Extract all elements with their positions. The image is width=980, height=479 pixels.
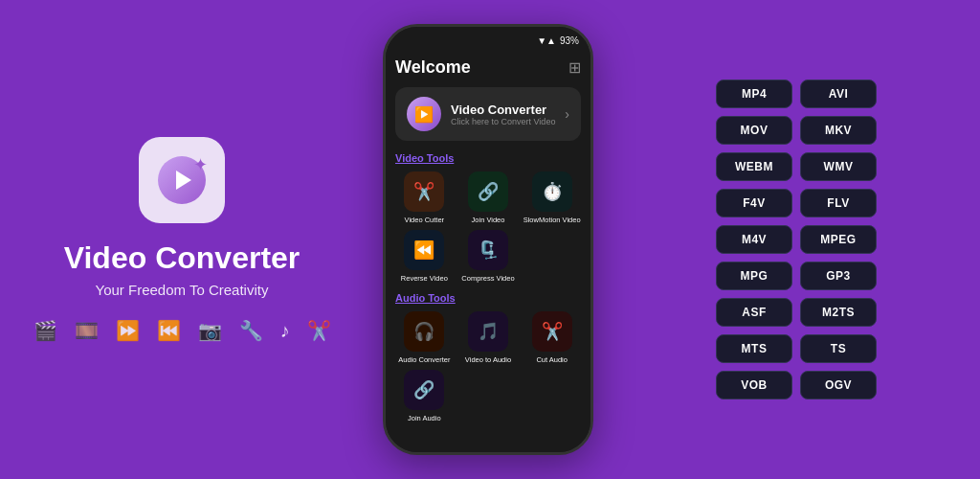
format-badge[interactable]: TS: [800, 334, 877, 363]
feature-icon-video: 🎬: [33, 319, 57, 342]
tool-label: Reverse Video: [401, 274, 448, 283]
feature-icon-forward: ⏩: [116, 319, 140, 342]
phone-content: Welcome ⊞ ▶️ Video Converter Click here …: [386, 54, 590, 452]
feature-icon-scissors: ✂️: [307, 319, 331, 342]
converter-banner-text: Video Converter Click here to Convert Vi…: [451, 103, 555, 126]
video-tool-item[interactable]: 🔗 Join Video: [459, 171, 518, 224]
converter-banner-title: Video Converter: [451, 103, 555, 117]
format-badge[interactable]: MPG: [716, 262, 792, 290]
format-badge[interactable]: MPEG: [800, 225, 877, 254]
audio-tool-item[interactable]: 🎵 Video to Audio: [459, 311, 518, 364]
format-badge[interactable]: AVI: [800, 80, 877, 108]
format-badge[interactable]: MOV: [716, 116, 792, 145]
converter-icon: ▶️: [407, 97, 441, 131]
tool-icon: ⏱️: [532, 171, 572, 212]
header-menu-icon[interactable]: ⊞: [568, 58, 581, 77]
play-triangle-icon: [176, 171, 191, 190]
feature-icon-camera: 📷: [198, 319, 222, 342]
app-icon: ✦: [139, 137, 225, 223]
play-shape: ✦: [158, 156, 206, 204]
tool-icon: ✂️: [532, 311, 572, 352]
converter-banner[interactable]: ▶️ Video Converter Click here to Convert…: [395, 87, 581, 141]
welcome-title: Welcome: [395, 57, 471, 78]
video-tool-item[interactable]: ⏪ Reverse Video: [395, 230, 454, 283]
app-subtitle: Your Freedom To Creativity: [96, 282, 269, 298]
audio-tool-item[interactable]: 🎧 Audio Converter: [395, 311, 454, 364]
audio-tools-label: Audio Tools: [395, 292, 581, 304]
video-tools-label: Video Tools: [395, 152, 581, 164]
tool-label: Audio Converter: [398, 355, 450, 364]
format-badge[interactable]: M4V: [716, 225, 792, 254]
left-section: ✦ Video Converter Your Freedom To Creati…: [0, 0, 364, 479]
app-icon-inner: ✦: [153, 151, 211, 209]
converter-arrow-icon: ›: [565, 106, 569, 122]
phone-section: ▼▲ 93% Welcome ⊞ ▶️ Video Converter Clic…: [364, 19, 612, 460]
format-badge[interactable]: ASF: [716, 298, 792, 327]
status-bar: ▼▲ 93%: [386, 27, 590, 54]
welcome-header: Welcome ⊞: [395, 54, 581, 78]
feature-icon-reverse: ⏮️: [157, 319, 181, 342]
tool-label: SlowMotion Video: [523, 216, 581, 224]
converter-banner-subtitle: Click here to Convert Video: [451, 117, 555, 126]
format-badge[interactable]: FLV: [800, 189, 877, 217]
tool-label: Cut Audio: [536, 355, 568, 364]
format-badge[interactable]: WEBM: [716, 152, 792, 181]
tool-icon: 🎧: [404, 311, 444, 352]
format-badge[interactable]: MKV: [800, 116, 877, 145]
tool-icon: 🎵: [468, 311, 508, 352]
battery-status: 93%: [560, 35, 579, 46]
right-section: MP4AVIMOVMKVWEBMWMVF4VFLVM4VMPEGMPGGP3AS…: [612, 0, 980, 479]
format-badge[interactable]: WMV: [800, 152, 877, 181]
audio-tools-grid: 🎧 Audio Converter 🎵 Video to Audio ✂️ Cu…: [395, 311, 581, 422]
format-badge[interactable]: MP4: [716, 80, 792, 108]
format-badge[interactable]: MTS: [716, 334, 792, 363]
tool-icon: 🔗: [404, 370, 444, 410]
feature-icon-music: ♪: [280, 320, 290, 342]
tool-icon: ⏪: [404, 230, 444, 270]
format-badge[interactable]: F4V: [716, 189, 792, 217]
format-grid: MP4AVIMOVMKVWEBMWMVF4VFLVM4VMPEGMPGGP3AS…: [632, 80, 961, 399]
tool-icon: ✂️: [404, 171, 444, 212]
video-tool-item[interactable]: ✂️ Video Cutter: [395, 171, 454, 224]
converter-banner-left: ▶️ Video Converter Click here to Convert…: [407, 97, 555, 131]
video-tools-grid: ✂️ Video Cutter 🔗 Join Video ⏱️ SlowMoti…: [395, 171, 581, 283]
video-tool-item[interactable]: ⏱️ SlowMotion Video: [523, 171, 581, 224]
tool-label: Join Audio: [408, 414, 441, 422]
app-title: Video Converter: [64, 240, 301, 276]
audio-tool-item[interactable]: ✂️ Cut Audio: [523, 311, 581, 364]
tool-label: Video to Audio: [465, 355, 511, 364]
tool-label: Video Cutter: [405, 216, 445, 224]
audio-tool-item[interactable]: 🔗 Join Audio: [395, 370, 454, 422]
video-tool-item[interactable]: 🗜️ Compress Video: [459, 230, 518, 283]
format-badge[interactable]: M2TS: [800, 298, 877, 327]
feature-icon-film: 🎞️: [75, 319, 99, 342]
sparkle-icon: ✦: [193, 154, 208, 175]
feature-icon-tool: 🔧: [239, 319, 263, 342]
feature-icons-row: 🎬 🎞️ ⏩ ⏮️ 📷 🔧 ♪ ✂️: [33, 319, 331, 342]
tool-label: Join Video: [472, 216, 505, 224]
format-badge[interactable]: VOB: [716, 371, 792, 399]
format-badge[interactable]: GP3: [800, 262, 877, 290]
tool-icon: 🔗: [468, 171, 508, 212]
tool-label: Compress Video: [461, 274, 514, 283]
signal-icon: ▼▲: [537, 35, 556, 46]
tool-icon: 🗜️: [468, 230, 508, 270]
phone-frame: ▼▲ 93% Welcome ⊞ ▶️ Video Converter Clic…: [383, 24, 593, 455]
format-badge[interactable]: OGV: [800, 371, 877, 399]
